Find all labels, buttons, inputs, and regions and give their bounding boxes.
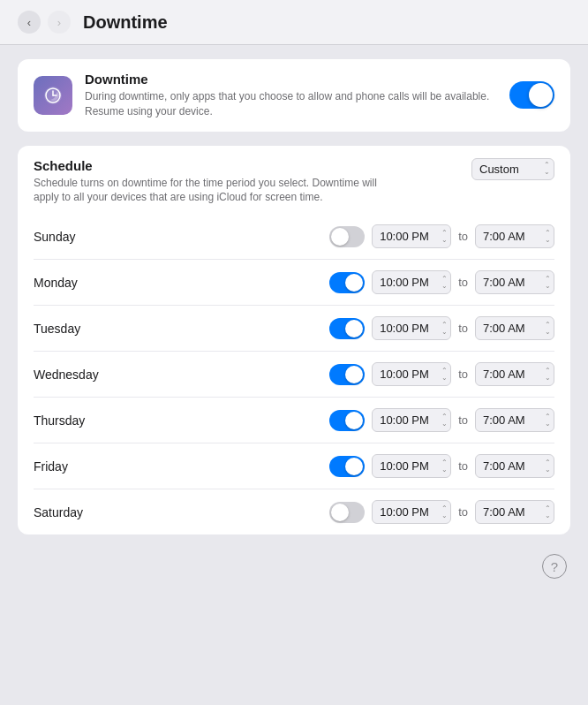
from-time-wrap[interactable]: 10:00 PM9:00 PM11:00 PM8:00 PM12:00 AM (372, 362, 451, 386)
to-time-wrap[interactable]: 7:00 AM6:00 AM8:00 AM9:00 AM12:00 PM (475, 316, 554, 340)
day-row: Saturday10:00 PM9:00 PM11:00 PM8:00 PM12… (34, 489, 554, 534)
custom-select-wrapper[interactable]: Every Day Customize Custom (471, 158, 554, 180)
to-time-select[interactable]: 7:00 AM6:00 AM8:00 AM9:00 AM12:00 PM (475, 362, 554, 386)
downtime-description: During downtime, only apps that you choo… (85, 89, 497, 119)
day-label: Sunday (34, 230, 139, 244)
day-row: Sunday10:00 PM9:00 PM11:00 PM8:00 PM12:0… (34, 214, 554, 259)
day-toggle-friday[interactable] (329, 456, 365, 477)
from-time-wrap[interactable]: 10:00 PM9:00 PM11:00 PM8:00 PM12:00 AM (372, 270, 451, 294)
day-toggle-monday[interactable] (329, 272, 365, 293)
forward-button[interactable]: › (48, 11, 71, 34)
downtime-info: Downtime During downtime, only apps that… (85, 72, 497, 119)
toggle-thumb (345, 366, 363, 383)
from-time-wrap[interactable]: 10:00 PM9:00 PM11:00 PM8:00 PM12:00 AM (372, 500, 451, 524)
downtime-icon-wrap (34, 76, 72, 115)
toggle-thumb (345, 320, 363, 337)
to-label: to (458, 505, 468, 519)
day-toggle-saturday[interactable] (329, 502, 365, 523)
toggle-thumb (345, 412, 363, 429)
to-label: to (458, 230, 468, 243)
day-label: Thursday (34, 413, 139, 428)
to-time-wrap[interactable]: 7:00 AM6:00 AM8:00 AM9:00 AM12:00 PM (475, 408, 554, 432)
day-rows: Sunday10:00 PM9:00 PM11:00 PM8:00 PM12:0… (34, 214, 554, 534)
day-label: Saturday (34, 505, 139, 519)
schedule-description: Schedule turns on downtime for the time … (34, 176, 387, 206)
from-time-select[interactable]: 10:00 PM9:00 PM11:00 PM8:00 PM12:00 AM (372, 500, 451, 524)
from-time-select[interactable]: 10:00 PM9:00 PM11:00 PM8:00 PM12:00 AM (372, 224, 451, 248)
toggle-thumb (331, 504, 349, 521)
from-time-wrap[interactable]: 10:00 PM9:00 PM11:00 PM8:00 PM12:00 AM (372, 316, 451, 340)
to-time-wrap[interactable]: 7:00 AM6:00 AM8:00 AM9:00 AM12:00 PM (475, 500, 554, 524)
back-button[interactable]: ‹ (18, 11, 41, 34)
main-content: Downtime During downtime, only apps that… (0, 45, 588, 705)
to-time-select[interactable]: 7:00 AM6:00 AM8:00 AM9:00 AM12:00 PM (475, 224, 554, 248)
schedule-card: Schedule Schedule turns on downtime for … (18, 146, 570, 535)
day-row: Wednesday10:00 PM9:00 PM11:00 PM8:00 PM1… (34, 351, 554, 397)
to-label: to (458, 459, 468, 473)
from-time-select[interactable]: 10:00 PM9:00 PM11:00 PM8:00 PM12:00 AM (372, 454, 451, 478)
from-time-select[interactable]: 10:00 PM9:00 PM11:00 PM8:00 PM12:00 AM (372, 270, 451, 294)
to-time-select[interactable]: 7:00 AM6:00 AM8:00 AM9:00 AM12:00 PM (475, 500, 554, 524)
to-label: to (458, 413, 468, 427)
toggle-thumb (345, 274, 363, 292)
schedule-header: Schedule Schedule turns on downtime for … (34, 158, 554, 206)
schedule-type-select[interactable]: Every Day Customize Custom (471, 158, 554, 180)
day-toggle-thursday[interactable] (329, 410, 365, 431)
top-bar: ‹ › Downtime (0, 0, 588, 45)
to-label: to (458, 322, 468, 335)
to-time-wrap[interactable]: 7:00 AM6:00 AM8:00 AM9:00 AM12:00 PM (475, 362, 554, 386)
from-time-wrap[interactable]: 10:00 PM9:00 PM11:00 PM8:00 PM12:00 AM (372, 408, 451, 432)
from-time-wrap[interactable]: 10:00 PM9:00 PM11:00 PM8:00 PM12:00 AM (372, 454, 451, 478)
help-button-wrap: ? (18, 549, 570, 588)
toggle-thumb (529, 83, 553, 107)
to-label: to (458, 276, 468, 289)
to-time-select[interactable]: 7:00 AM6:00 AM8:00 AM9:00 AM12:00 PM (475, 454, 554, 478)
to-time-wrap[interactable]: 7:00 AM6:00 AM8:00 AM9:00 AM12:00 PM (475, 224, 554, 248)
toggle-thumb (331, 228, 349, 246)
day-row: Friday10:00 PM9:00 PM11:00 PM8:00 PM12:0… (34, 443, 554, 489)
downtime-title: Downtime (85, 72, 497, 87)
to-time-select[interactable]: 7:00 AM6:00 AM8:00 AM9:00 AM12:00 PM (475, 270, 554, 294)
to-time-wrap[interactable]: 7:00 AM6:00 AM8:00 AM9:00 AM12:00 PM (475, 270, 554, 294)
day-row: Monday10:00 PM9:00 PM11:00 PM8:00 PM12:0… (34, 259, 554, 305)
day-row: Tuesday10:00 PM9:00 PM11:00 PM8:00 PM12:… (34, 305, 554, 351)
day-label: Wednesday (34, 368, 139, 382)
downtime-moon-icon (41, 84, 64, 107)
schedule-title: Schedule (34, 158, 387, 173)
day-label: Friday (34, 459, 139, 474)
from-time-select[interactable]: 10:00 PM9:00 PM11:00 PM8:00 PM12:00 AM (372, 408, 451, 432)
day-row: Thursday10:00 PM9:00 PM11:00 PM8:00 PM12… (34, 397, 554, 443)
to-time-select[interactable]: 7:00 AM6:00 AM8:00 AM9:00 AM12:00 PM (475, 316, 554, 340)
from-time-select[interactable]: 10:00 PM9:00 PM11:00 PM8:00 PM12:00 AM (372, 316, 451, 340)
to-label: to (458, 368, 468, 381)
help-button[interactable]: ? (542, 554, 567, 579)
to-time-select[interactable]: 7:00 AM6:00 AM8:00 AM9:00 AM12:00 PM (475, 408, 554, 432)
to-time-wrap[interactable]: 7:00 AM6:00 AM8:00 AM9:00 AM12:00 PM (475, 454, 554, 478)
page-title: Downtime (83, 12, 168, 33)
day-label: Monday (34, 276, 139, 290)
day-toggle-tuesday[interactable] (329, 318, 365, 339)
downtime-card: Downtime During downtime, only apps that… (18, 59, 570, 132)
from-time-select[interactable]: 10:00 PM9:00 PM11:00 PM8:00 PM12:00 AM (372, 362, 451, 386)
day-toggle-sunday[interactable] (329, 226, 365, 247)
day-toggle-wednesday[interactable] (329, 364, 365, 385)
downtime-toggle[interactable] (509, 81, 554, 109)
toggle-thumb (345, 458, 363, 475)
day-label: Tuesday (34, 322, 139, 336)
from-time-wrap[interactable]: 10:00 PM9:00 PM11:00 PM8:00 PM12:00 AM (372, 224, 451, 248)
